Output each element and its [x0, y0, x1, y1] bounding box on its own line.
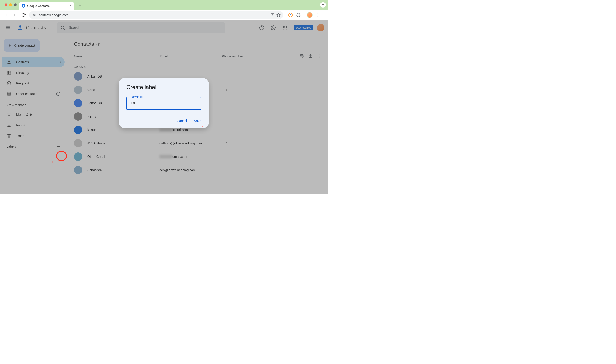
- window-maximize-icon[interactable]: [14, 3, 17, 6]
- dialog-title: Create label: [126, 84, 201, 91]
- url-bar[interactable]: contacts.google.com: [29, 11, 283, 19]
- window-minimize-icon[interactable]: [9, 3, 12, 6]
- tab-close-icon[interactable]: ×: [70, 4, 72, 8]
- window-controls: [2, 0, 19, 10]
- tab-overflow-button[interactable]: [320, 2, 326, 8]
- back-button[interactable]: [3, 12, 9, 18]
- svg-point-7: [289, 13, 293, 17]
- new-label-input[interactable]: [131, 101, 197, 105]
- svg-point-3: [34, 15, 35, 16]
- svg-point-2: [33, 14, 34, 14]
- url-bar-row: contacts.google.com: [0, 10, 328, 20]
- chrome-menu-icon[interactable]: [315, 13, 321, 17]
- url-text: contacts.google.com: [39, 13, 268, 17]
- svg-point-8: [318, 13, 318, 14]
- chrome-profile-avatar[interactable]: [307, 12, 313, 18]
- create-label-dialog: Create label New label Cancel Save: [119, 78, 209, 128]
- tab-strip: Google Contacts × +: [0, 0, 328, 10]
- tab-favicon-icon: [22, 4, 25, 8]
- save-button[interactable]: Save: [194, 119, 201, 123]
- svg-point-9: [318, 14, 318, 15]
- forward-button[interactable]: [12, 12, 18, 18]
- cancel-button[interactable]: Cancel: [177, 119, 187, 123]
- site-controls-icon[interactable]: [32, 13, 37, 17]
- bookmark-star-icon[interactable]: [276, 13, 280, 17]
- install-app-icon[interactable]: [270, 13, 275, 17]
- svg-point-10: [318, 16, 318, 16]
- extensions-puzzle-icon[interactable]: [296, 13, 301, 17]
- browser-chrome: Google Contacts × + contacts.google.com: [0, 0, 328, 20]
- svg-marker-6: [277, 13, 280, 16]
- new-tab-button[interactable]: +: [76, 2, 84, 10]
- browser-tab[interactable]: Google Contacts ×: [19, 2, 74, 10]
- field-label: New label: [130, 95, 145, 99]
- tab-title: Google Contacts: [27, 4, 68, 8]
- new-label-field[interactable]: New label: [126, 97, 201, 110]
- reload-button[interactable]: [20, 12, 27, 18]
- extension-similarweb-icon[interactable]: [288, 13, 293, 17]
- window-close-icon[interactable]: [5, 3, 7, 6]
